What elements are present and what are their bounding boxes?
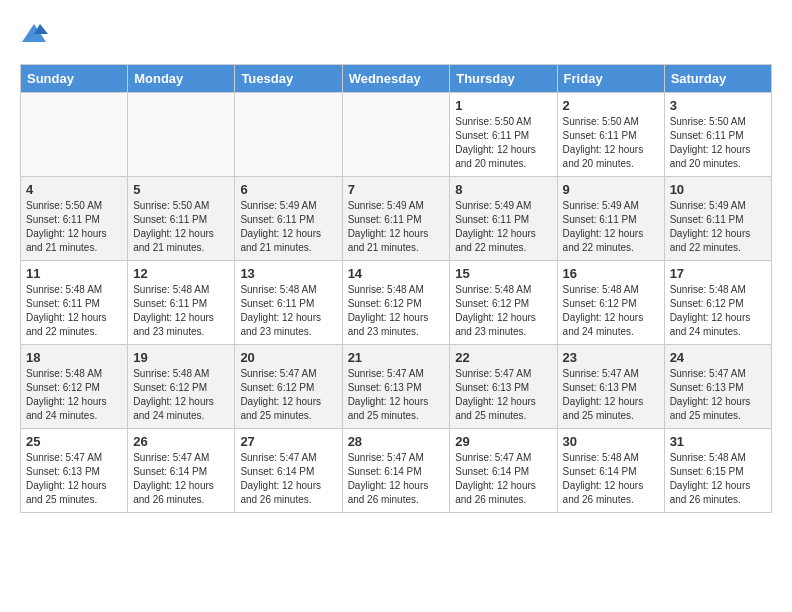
col-header-tuesday: Tuesday xyxy=(235,65,342,93)
calendar-cell: 25Sunrise: 5:47 AM Sunset: 6:13 PM Dayli… xyxy=(21,429,128,513)
calendar-cell: 6Sunrise: 5:49 AM Sunset: 6:11 PM Daylig… xyxy=(235,177,342,261)
day-info: Sunrise: 5:48 AM Sunset: 6:12 PM Dayligh… xyxy=(26,367,122,423)
day-number: 5 xyxy=(133,182,229,197)
day-number: 8 xyxy=(455,182,551,197)
day-info: Sunrise: 5:49 AM Sunset: 6:11 PM Dayligh… xyxy=(563,199,659,255)
day-info: Sunrise: 5:47 AM Sunset: 6:13 PM Dayligh… xyxy=(348,367,445,423)
calendar-cell: 17Sunrise: 5:48 AM Sunset: 6:12 PM Dayli… xyxy=(664,261,771,345)
day-number: 18 xyxy=(26,350,122,365)
day-number: 10 xyxy=(670,182,766,197)
day-number: 20 xyxy=(240,350,336,365)
day-number: 27 xyxy=(240,434,336,449)
col-header-wednesday: Wednesday xyxy=(342,65,450,93)
day-info: Sunrise: 5:49 AM Sunset: 6:11 PM Dayligh… xyxy=(455,199,551,255)
calendar-week-row: 25Sunrise: 5:47 AM Sunset: 6:13 PM Dayli… xyxy=(21,429,772,513)
calendar-cell: 1Sunrise: 5:50 AM Sunset: 6:11 PM Daylig… xyxy=(450,93,557,177)
calendar-header-row: SundayMondayTuesdayWednesdayThursdayFrid… xyxy=(21,65,772,93)
calendar-body: 1Sunrise: 5:50 AM Sunset: 6:11 PM Daylig… xyxy=(21,93,772,513)
logo-icon xyxy=(20,20,48,48)
day-number: 19 xyxy=(133,350,229,365)
day-number: 7 xyxy=(348,182,445,197)
day-info: Sunrise: 5:49 AM Sunset: 6:11 PM Dayligh… xyxy=(670,199,766,255)
day-number: 25 xyxy=(26,434,122,449)
day-number: 14 xyxy=(348,266,445,281)
calendar-cell: 27Sunrise: 5:47 AM Sunset: 6:14 PM Dayli… xyxy=(235,429,342,513)
day-number: 12 xyxy=(133,266,229,281)
day-info: Sunrise: 5:50 AM Sunset: 6:11 PM Dayligh… xyxy=(26,199,122,255)
day-number: 28 xyxy=(348,434,445,449)
day-info: Sunrise: 5:47 AM Sunset: 6:13 PM Dayligh… xyxy=(670,367,766,423)
calendar-cell: 15Sunrise: 5:48 AM Sunset: 6:12 PM Dayli… xyxy=(450,261,557,345)
day-number: 4 xyxy=(26,182,122,197)
day-info: Sunrise: 5:47 AM Sunset: 6:12 PM Dayligh… xyxy=(240,367,336,423)
day-number: 26 xyxy=(133,434,229,449)
day-number: 17 xyxy=(670,266,766,281)
day-number: 15 xyxy=(455,266,551,281)
calendar-week-row: 4Sunrise: 5:50 AM Sunset: 6:11 PM Daylig… xyxy=(21,177,772,261)
calendar-cell xyxy=(128,93,235,177)
calendar-week-row: 18Sunrise: 5:48 AM Sunset: 6:12 PM Dayli… xyxy=(21,345,772,429)
calendar-cell: 28Sunrise: 5:47 AM Sunset: 6:14 PM Dayli… xyxy=(342,429,450,513)
calendar-cell: 11Sunrise: 5:48 AM Sunset: 6:11 PM Dayli… xyxy=(21,261,128,345)
day-number: 31 xyxy=(670,434,766,449)
day-number: 1 xyxy=(455,98,551,113)
calendar-week-row: 11Sunrise: 5:48 AM Sunset: 6:11 PM Dayli… xyxy=(21,261,772,345)
day-info: Sunrise: 5:47 AM Sunset: 6:13 PM Dayligh… xyxy=(26,451,122,507)
day-number: 29 xyxy=(455,434,551,449)
calendar-cell: 22Sunrise: 5:47 AM Sunset: 6:13 PM Dayli… xyxy=(450,345,557,429)
calendar-cell: 4Sunrise: 5:50 AM Sunset: 6:11 PM Daylig… xyxy=(21,177,128,261)
calendar-cell: 23Sunrise: 5:47 AM Sunset: 6:13 PM Dayli… xyxy=(557,345,664,429)
calendar-cell: 8Sunrise: 5:49 AM Sunset: 6:11 PM Daylig… xyxy=(450,177,557,261)
day-number: 2 xyxy=(563,98,659,113)
day-info: Sunrise: 5:48 AM Sunset: 6:11 PM Dayligh… xyxy=(240,283,336,339)
col-header-saturday: Saturday xyxy=(664,65,771,93)
calendar-cell: 20Sunrise: 5:47 AM Sunset: 6:12 PM Dayli… xyxy=(235,345,342,429)
col-header-monday: Monday xyxy=(128,65,235,93)
calendar-cell xyxy=(342,93,450,177)
day-info: Sunrise: 5:50 AM Sunset: 6:11 PM Dayligh… xyxy=(455,115,551,171)
day-info: Sunrise: 5:47 AM Sunset: 6:13 PM Dayligh… xyxy=(455,367,551,423)
day-info: Sunrise: 5:50 AM Sunset: 6:11 PM Dayligh… xyxy=(133,199,229,255)
day-number: 6 xyxy=(240,182,336,197)
day-info: Sunrise: 5:48 AM Sunset: 6:14 PM Dayligh… xyxy=(563,451,659,507)
day-info: Sunrise: 5:47 AM Sunset: 6:14 PM Dayligh… xyxy=(348,451,445,507)
calendar-cell: 30Sunrise: 5:48 AM Sunset: 6:14 PM Dayli… xyxy=(557,429,664,513)
day-info: Sunrise: 5:50 AM Sunset: 6:11 PM Dayligh… xyxy=(563,115,659,171)
day-info: Sunrise: 5:48 AM Sunset: 6:15 PM Dayligh… xyxy=(670,451,766,507)
calendar-cell: 9Sunrise: 5:49 AM Sunset: 6:11 PM Daylig… xyxy=(557,177,664,261)
day-info: Sunrise: 5:48 AM Sunset: 6:12 PM Dayligh… xyxy=(455,283,551,339)
day-info: Sunrise: 5:48 AM Sunset: 6:12 PM Dayligh… xyxy=(348,283,445,339)
calendar-cell: 24Sunrise: 5:47 AM Sunset: 6:13 PM Dayli… xyxy=(664,345,771,429)
col-header-sunday: Sunday xyxy=(21,65,128,93)
page-header xyxy=(20,20,772,48)
day-number: 30 xyxy=(563,434,659,449)
calendar-cell: 16Sunrise: 5:48 AM Sunset: 6:12 PM Dayli… xyxy=(557,261,664,345)
day-number: 9 xyxy=(563,182,659,197)
day-info: Sunrise: 5:48 AM Sunset: 6:11 PM Dayligh… xyxy=(133,283,229,339)
calendar-cell: 13Sunrise: 5:48 AM Sunset: 6:11 PM Dayli… xyxy=(235,261,342,345)
calendar-cell xyxy=(235,93,342,177)
calendar-cell: 19Sunrise: 5:48 AM Sunset: 6:12 PM Dayli… xyxy=(128,345,235,429)
day-info: Sunrise: 5:47 AM Sunset: 6:14 PM Dayligh… xyxy=(240,451,336,507)
day-info: Sunrise: 5:48 AM Sunset: 6:12 PM Dayligh… xyxy=(670,283,766,339)
calendar-cell xyxy=(21,93,128,177)
calendar-table: SundayMondayTuesdayWednesdayThursdayFrid… xyxy=(20,64,772,513)
calendar-cell: 29Sunrise: 5:47 AM Sunset: 6:14 PM Dayli… xyxy=(450,429,557,513)
day-number: 13 xyxy=(240,266,336,281)
calendar-cell: 7Sunrise: 5:49 AM Sunset: 6:11 PM Daylig… xyxy=(342,177,450,261)
calendar-cell: 31Sunrise: 5:48 AM Sunset: 6:15 PM Dayli… xyxy=(664,429,771,513)
day-number: 23 xyxy=(563,350,659,365)
day-info: Sunrise: 5:48 AM Sunset: 6:12 PM Dayligh… xyxy=(133,367,229,423)
calendar-cell: 18Sunrise: 5:48 AM Sunset: 6:12 PM Dayli… xyxy=(21,345,128,429)
calendar-cell: 3Sunrise: 5:50 AM Sunset: 6:11 PM Daylig… xyxy=(664,93,771,177)
calendar-cell: 5Sunrise: 5:50 AM Sunset: 6:11 PM Daylig… xyxy=(128,177,235,261)
calendar-cell: 14Sunrise: 5:48 AM Sunset: 6:12 PM Dayli… xyxy=(342,261,450,345)
day-number: 11 xyxy=(26,266,122,281)
day-number: 3 xyxy=(670,98,766,113)
calendar-cell: 26Sunrise: 5:47 AM Sunset: 6:14 PM Dayli… xyxy=(128,429,235,513)
day-info: Sunrise: 5:47 AM Sunset: 6:14 PM Dayligh… xyxy=(455,451,551,507)
day-info: Sunrise: 5:50 AM Sunset: 6:11 PM Dayligh… xyxy=(670,115,766,171)
calendar-cell: 10Sunrise: 5:49 AM Sunset: 6:11 PM Dayli… xyxy=(664,177,771,261)
calendar-cell: 2Sunrise: 5:50 AM Sunset: 6:11 PM Daylig… xyxy=(557,93,664,177)
day-number: 16 xyxy=(563,266,659,281)
